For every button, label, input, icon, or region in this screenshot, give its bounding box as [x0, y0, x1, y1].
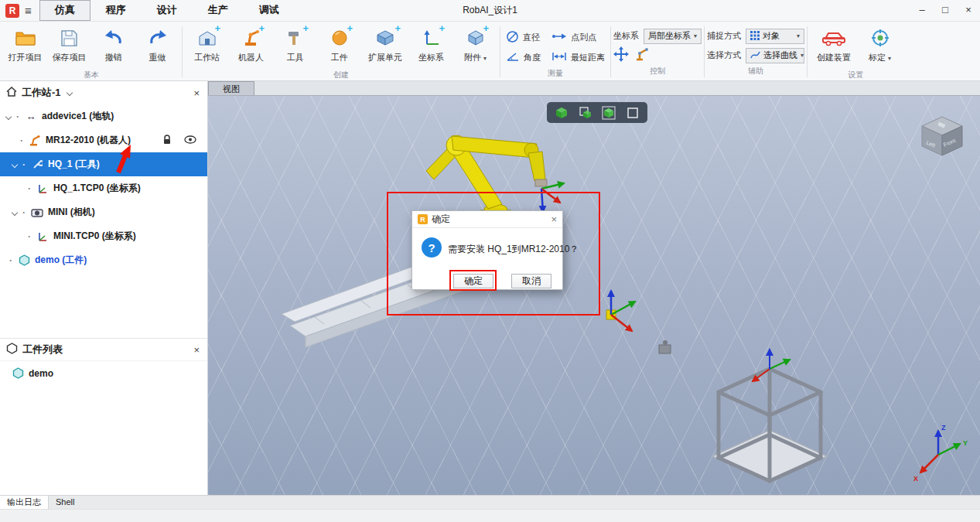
- tree-item-label: addevice1 (地轨): [42, 110, 114, 123]
- create-attachment-button[interactable]: + 附件 ▾: [453, 23, 497, 63]
- create-workpiece-button[interactable]: + 工件: [317, 23, 361, 63]
- bullet-icon: ·: [16, 111, 19, 122]
- ribbon-group-assist: 捕捉方式 对象 ▾ 选择方式 选择曲线 ▾ 辅助: [707, 23, 804, 80]
- create-extension-unit-button[interactable]: + 扩展单元: [361, 23, 409, 63]
- point-to-point-icon: [551, 32, 567, 43]
- dropdown-caret-icon: ▾: [797, 32, 800, 39]
- button-label: 点到点: [571, 32, 596, 43]
- dialog-ok-button[interactable]: 确定: [453, 274, 493, 288]
- view-tab[interactable]: 视图: [208, 81, 254, 95]
- create-device-button[interactable]: 创建装置: [810, 23, 858, 63]
- menu-tab-simulation[interactable]: 仿真: [39, 0, 90, 21]
- measure-diameter-button[interactable]: 直径: [503, 27, 544, 47]
- expand-icon[interactable]: [12, 161, 18, 167]
- plus-badge-icon: +: [302, 24, 309, 33]
- part-hexagon-icon: [11, 367, 25, 379]
- tcp-icon: [36, 183, 50, 194]
- ribbon-separator: [704, 26, 705, 77]
- dialog-close-icon[interactable]: ×: [551, 213, 557, 225]
- panel-close-icon[interactable]: ×: [193, 87, 200, 99]
- tree-item-mini[interactable]: · MINI (相机): [0, 200, 207, 224]
- eye-icon[interactable]: [184, 135, 196, 146]
- menu-tab-program[interactable]: 程序: [90, 0, 142, 21]
- tree-item-mini-tcp0[interactable]: · MINI.TCP0 (坐标系): [0, 224, 207, 248]
- list-item-label: demo: [29, 368, 53, 379]
- menu-tab-production[interactable]: 生产: [193, 0, 244, 21]
- window-controls: – □ ×: [910, 0, 980, 21]
- scene-3d[interactable]: Left Front Z Y X: [208, 96, 980, 495]
- tree-item-mr12-2010[interactable]: · MR12-2010 (机器人): [0, 128, 207, 152]
- ribbon-group-basic: 打开项目 保存项目 撤销: [3, 23, 179, 80]
- dropdown-value: 对象: [763, 30, 780, 42]
- menu-tab-debug[interactable]: 调试: [244, 0, 295, 21]
- tree-item-demo[interactable]: · demo (工件): [0, 248, 207, 272]
- create-coordinate-button[interactable]: + 坐标系: [409, 23, 453, 63]
- button-label: 附件 ▾: [464, 52, 487, 63]
- button-label: 直径: [523, 32, 540, 43]
- open-project-button[interactable]: 打开项目: [3, 23, 47, 63]
- measure-point-to-point-button[interactable]: 点到点: [548, 27, 608, 47]
- create-tool-button[interactable]: + 工具: [273, 23, 317, 63]
- measure-angle-button[interactable]: 角度: [503, 47, 544, 67]
- dialog-message: 需要安装 HQ_1到MR12-2010？: [448, 243, 579, 256]
- bullet-icon: ·: [22, 207, 26, 218]
- select-mode-dropdown[interactable]: 选择曲线 ▾: [746, 48, 804, 63]
- button-label: 创建装置: [817, 52, 851, 63]
- app-logo[interactable]: R: [5, 4, 19, 18]
- snap-mode-dropdown[interactable]: 对象 ▾: [746, 29, 804, 44]
- hamburger-menu-icon[interactable]: ≡: [25, 4, 32, 17]
- car-icon: [821, 26, 846, 49]
- measure-min-distance-button[interactable]: 最短距离: [548, 47, 608, 67]
- button-label: 标定 ▾: [869, 52, 891, 63]
- plus-badge-icon: +: [439, 24, 445, 33]
- coordinate-system-dropdown[interactable]: 局部坐标系 ▾: [644, 29, 702, 44]
- button-label: 工作站: [194, 52, 220, 63]
- bullet-icon: ·: [28, 183, 31, 194]
- create-workstation-button[interactable]: + 工作站: [185, 23, 229, 63]
- shaded-view-icon[interactable]: [555, 106, 569, 120]
- tree-item-addevice1[interactable]: · ↔ addevice1 (地轨): [0, 104, 207, 128]
- dialog-cancel-button[interactable]: 取消: [511, 274, 551, 288]
- minimize-button[interactable]: –: [910, 0, 934, 21]
- coordinate-system-label: 坐标系: [613, 30, 639, 42]
- maximize-button[interactable]: □: [934, 0, 957, 21]
- parts-list-item-demo[interactable]: demo: [0, 361, 207, 385]
- expand-icon[interactable]: [5, 113, 12, 119]
- workstation-header[interactable]: 工作站-1 ×: [0, 81, 207, 104]
- min-distance-icon: [551, 52, 567, 63]
- tree-item-label: demo (工件): [35, 254, 87, 267]
- wireframe-view-icon[interactable]: [626, 106, 640, 120]
- plus-badge-icon: +: [483, 24, 489, 33]
- coordinate-icon: [422, 26, 441, 49]
- lock-icon[interactable]: [162, 134, 172, 147]
- parts-list-title: 工件列表: [22, 343, 63, 357]
- ribbon-separator: [500, 26, 500, 77]
- tree-item-hq1-tcp0[interactable]: · HQ_1.TCP0 (坐标系): [0, 176, 207, 200]
- chevron-down-icon[interactable]: [66, 90, 72, 96]
- dropdown-caret-icon: ▾: [483, 55, 487, 62]
- close-button[interactable]: ×: [957, 0, 980, 21]
- frame-workpiece: [712, 350, 827, 483]
- output-log-tab[interactable]: 输出日志: [0, 496, 49, 509]
- redo-button[interactable]: 重做: [135, 23, 179, 63]
- move-manipulator-button[interactable]: [613, 46, 629, 64]
- save-project-button[interactable]: 保存项目: [47, 23, 91, 63]
- tree-item-hq1[interactable]: · HQ_1 (工具): [0, 152, 207, 176]
- tree-item-label: MR12-2010 (机器人): [46, 134, 131, 147]
- kinematics-button[interactable]: [633, 46, 650, 64]
- parts-list-header[interactable]: 工件列表 ×: [0, 339, 207, 361]
- menu-tab-design[interactable]: 设计: [142, 0, 193, 21]
- create-robot-button[interactable]: + 机器人: [229, 23, 273, 63]
- fit-view-icon[interactable]: [602, 106, 616, 120]
- copy-view-icon[interactable]: [579, 106, 592, 120]
- button-label: 角度: [524, 52, 541, 63]
- expand-icon[interactable]: [12, 209, 18, 215]
- button-label: 最短距离: [571, 52, 605, 63]
- undo-button[interactable]: 撤销: [91, 23, 135, 63]
- dropdown-caret-icon: ▾: [801, 52, 804, 59]
- shell-tab[interactable]: Shell: [49, 496, 81, 509]
- workpiece-icon: [330, 26, 349, 49]
- panel-close-icon[interactable]: ×: [193, 344, 200, 356]
- calibration-button[interactable]: 标定 ▾: [858, 23, 902, 63]
- home-icon: [6, 87, 17, 99]
